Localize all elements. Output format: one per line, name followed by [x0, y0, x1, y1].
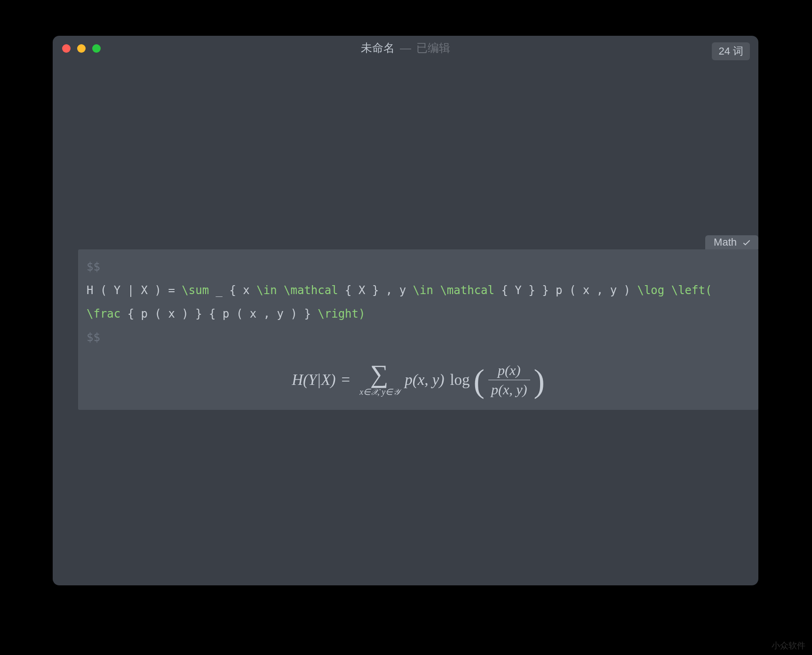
code-plain: [664, 284, 671, 297]
code-plain: [433, 284, 440, 297]
sigma-icon: ∑: [370, 363, 389, 386]
latex-cmd-left: \left(: [671, 284, 712, 297]
math-delim-close: $$: [87, 331, 100, 344]
equation: H(Y|X) = ∑ x∈𝒳, y∈𝒴 p(x, y) log ( p(x) p…: [292, 362, 545, 398]
latex-cmd-in: \in: [413, 284, 433, 297]
code-plain: H ( Y | X ) =: [87, 284, 182, 297]
eq-pxy: p(x, y): [405, 371, 444, 389]
math-block-tab[interactable]: Math: [705, 235, 758, 249]
check-icon: [741, 237, 752, 248]
fraction-numerator: p(x): [495, 362, 523, 378]
sum-operator: ∑ x∈𝒳, y∈𝒴: [359, 363, 399, 397]
math-block[interactable]: Math $$ H ( Y | X ) = \sum _ { x \in \ma…: [78, 249, 758, 410]
eq-sign: =: [342, 371, 350, 389]
code-plain: { X } , y: [338, 284, 413, 297]
latex-cmd-in: \in: [256, 284, 277, 297]
window-title: 未命名 — 已编辑: [53, 40, 758, 56]
eq-log: log: [450, 371, 470, 389]
latex-cmd-log: \log: [637, 284, 664, 297]
sum-subscript: x∈𝒳, y∈𝒴: [359, 387, 399, 397]
eq-lhs: H(Y|X): [292, 371, 335, 389]
math-delim-open: $$: [87, 260, 100, 273]
document-name: 未命名: [361, 41, 395, 54]
latex-cmd-sum: \sum: [182, 284, 209, 297]
latex-source[interactable]: $$ H ( Y | X ) = \sum _ { x \in \mathcal…: [78, 249, 758, 352]
watermark: 小众软件: [772, 640, 805, 651]
titlebar[interactable]: 未命名 — 已编辑 24 词: [53, 36, 758, 60]
title-separator: —: [400, 41, 411, 54]
code-plain: _ { x: [209, 284, 256, 297]
latex-cmd-mathcal: \mathcal: [440, 284, 494, 297]
latex-cmd-mathcal: \mathcal: [284, 284, 338, 297]
editor-area[interactable]: Math $$ H ( Y | X ) = \sum _ { x \in \ma…: [53, 60, 758, 585]
math-render: H(Y|X) = ∑ x∈𝒳, y∈𝒴 p(x, y) log ( p(x) p…: [78, 362, 758, 398]
app-window: 未命名 — 已编辑 24 词 Math $$ H ( Y | X ) = \su…: [53, 36, 758, 585]
fraction-denominator: p(x, y): [488, 382, 530, 398]
code-plain: [277, 284, 284, 297]
latex-cmd-right: \right): [318, 307, 365, 320]
document-edited-label: 已编辑: [416, 41, 450, 54]
fraction: p(x) p(x, y): [488, 362, 530, 398]
latex-cmd-frac: \frac: [87, 307, 120, 320]
code-plain: [712, 284, 718, 297]
fraction-bar: [488, 380, 530, 380]
code-plain: { p ( x ) } { p ( x , y ) }: [120, 307, 318, 320]
code-plain: { Y } } p ( x , y ): [494, 284, 637, 297]
word-count-badge[interactable]: 24 词: [712, 42, 750, 60]
math-tab-label: Math: [714, 236, 737, 248]
